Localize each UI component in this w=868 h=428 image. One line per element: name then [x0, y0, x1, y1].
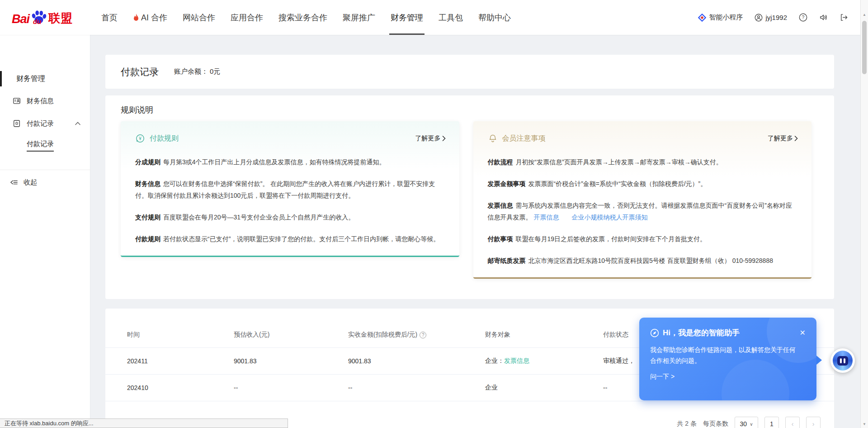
assistant-popup-arrow: [816, 356, 822, 365]
sidebar-active-accent: [0, 71, 2, 86]
chevron-right-icon: [442, 136, 446, 141]
help-icon: ?: [799, 13, 807, 22]
nav-finance-management[interactable]: 财务管理: [383, 0, 431, 35]
caret-down-icon: ∨: [750, 422, 753, 427]
nav-screen-promo[interactable]: 聚屏推广: [335, 0, 383, 35]
scroll-up-arrow[interactable]: ▲: [861, 13, 868, 17]
rule-item: 付款规则若付款状态显示“已支付”，说明联盟已安排了您的付款。支付后三个工作日内到…: [135, 233, 446, 245]
main-nav: 首页 AI 合作 网站合作 应用合作 搜索业务合作 聚屏推广 财务管理 工具包 …: [94, 0, 519, 35]
rule-item: 分成规则每月第3或4个工作日产出上月分成信息及发票信息，如有特殊情况将提前通知。: [135, 156, 446, 168]
rule-item: 发票金额事项发票票面“价税合计”金额=系统中“实收金额（扣除税费后/元）”。: [488, 178, 798, 190]
sidebar-divider: [0, 170, 90, 170]
ask-now-link[interactable]: 问一下 >: [650, 373, 675, 381]
cell-estimated: 9001.83: [234, 357, 348, 365]
balance-value: 0元: [210, 67, 220, 75]
collapse-icon: [10, 179, 18, 186]
robot-avatar: [833, 351, 853, 371]
invoice-info-link[interactable]: 开票信息: [533, 214, 559, 221]
col-actual-amount: 实收金额(扣除税费后/元)?: [348, 331, 485, 339]
pagination: 共 2 条 每页条数 30∨ 1 ‹ ›: [677, 417, 821, 428]
rules-heading: 规则说明: [121, 105, 811, 115]
page-scrollbar[interactable]: ▲ ▼: [860, 0, 868, 428]
badge-icon: [13, 119, 21, 128]
chevron-up-icon: [75, 122, 80, 125]
header-tools: 智能小程序 jyj1992 ?: [698, 13, 848, 22]
page-size-select[interactable]: 30∨: [735, 417, 758, 428]
assistant-title: Hi，我是您的智能助手: [663, 328, 740, 338]
nav-search-coop[interactable]: 搜索业务合作: [271, 0, 335, 35]
cell-actual: --: [348, 384, 485, 391]
cell-time: 202410: [127, 384, 234, 391]
small-taxpayer-guide-link[interactable]: 企业小规模纳税人开票须知: [571, 214, 647, 221]
sidebar-collapse-button[interactable]: 收起: [0, 176, 90, 189]
cell-time: 202411: [127, 357, 234, 365]
logo-text-du: du: [33, 18, 41, 25]
username: jyj1992: [765, 14, 787, 21]
svg-text:?: ?: [802, 15, 805, 20]
rule-item: 邮寄纸质发票北京市海淀区西北旺东路10号院百度科技园5号楼 百度联盟财务组（收）…: [488, 255, 798, 266]
cell-estimated: --: [234, 384, 348, 391]
close-icon[interactable]: ✕: [800, 329, 806, 337]
next-page-button[interactable]: ›: [806, 417, 821, 428]
scroll-down-arrow[interactable]: ▼: [861, 422, 868, 426]
total-count: 共 2 条: [677, 420, 697, 428]
nav-help-center[interactable]: 帮助中心: [471, 0, 519, 35]
per-page-label: 每页条数: [703, 420, 728, 428]
payment-rules-title: 付款规则: [150, 134, 179, 143]
member-notes-more-link[interactable]: 了解更多: [768, 134, 798, 143]
rule-item: 财务信息您可以在财务信息中选择“保留付款”。 在此期间您产生的收入将在账户内进行…: [135, 178, 446, 201]
id-card-icon: [13, 97, 21, 105]
rule-item: 付款事项联盟在每月19日之后签收的发票，付款时间安排在下个月首批支付。: [488, 233, 798, 245]
svg-text:¥: ¥: [138, 136, 142, 141]
compass-icon: [650, 328, 659, 338]
prev-page-button[interactable]: ‹: [785, 417, 800, 428]
balance-card: 付款记录 账户余额：0元: [105, 55, 834, 89]
nav-ai-coop[interactable]: AI 合作: [125, 0, 175, 35]
page-number-1[interactable]: 1: [764, 417, 779, 428]
rule-item: 付款流程月初按“发票信息”页面开具发票→上传发票→邮寄发票→审核→确认支付。: [488, 156, 798, 168]
invoice-info-table-link[interactable]: 发票信息: [504, 357, 529, 364]
rule-item: 支付规则百度联盟会在每月20号—31号支付企业会员上个自然月产生的收入。: [135, 211, 446, 223]
assistant-message: 我会帮助您诊断合作链路问题，以及解答您关于任何合作相关的问题。: [650, 344, 799, 366]
nav-home[interactable]: 首页: [94, 0, 125, 35]
coin-icon: ¥: [135, 133, 145, 143]
question-icon[interactable]: ?: [420, 332, 426, 338]
logo-text-bai: Bai: [12, 12, 29, 26]
chevron-right-icon: [794, 136, 798, 141]
member-notes-box: 会员注意事项 了解更多 付款流程月初按“发票信息”页面开具发票→上传发票→邮寄发…: [473, 121, 812, 279]
sound-button[interactable]: [819, 13, 828, 22]
flame-icon: [133, 14, 139, 22]
rules-card: 规则说明 ¥ 付款规则 了解更多 分成规则每月第3或4个工作日产出上月分成信息及…: [105, 95, 834, 299]
cell-actual: 9001.83: [348, 357, 485, 365]
user-account[interactable]: jyj1992: [755, 14, 787, 22]
nav-toolkit[interactable]: 工具包: [431, 0, 471, 35]
sidebar-item-payment-records[interactable]: 付款记录: [0, 117, 90, 130]
miniprogram-diamond-icon: [698, 14, 706, 22]
col-finance-entity: 财务对象: [485, 331, 603, 339]
assistant-popup: Hi，我是您的智能助手 ✕ 我会帮助您诊断合作链路问题，以及解答您关于任何合作相…: [639, 318, 816, 400]
scrollbar-thumb[interactable]: [862, 21, 867, 74]
member-notes-title: 会员注意事项: [502, 134, 546, 143]
help-button[interactable]: ?: [799, 13, 807, 22]
baidu-union-logo[interactable]: Bai du 联盟: [12, 9, 73, 26]
payment-rules-more-link[interactable]: 了解更多: [415, 134, 446, 143]
sidebar: 财务管理 财务信息 付款记录 付款记录 收起: [0, 35, 90, 428]
assistant-robot-button[interactable]: [830, 348, 855, 373]
browser-status-bar: 正在等待 xlab.baidu.com 的响应...: [0, 418, 288, 428]
cell-entity: 企业: [485, 384, 603, 392]
paw-icon: du: [30, 9, 47, 26]
top-nav-bar: Bai du 联盟 首页 AI 合作 网站合作 应用合作 搜索业务合作 聚屏推广…: [0, 0, 868, 35]
nav-website-coop[interactable]: 网站合作: [175, 0, 223, 35]
col-time: 时间: [127, 331, 234, 339]
speaker-icon: [819, 13, 828, 22]
logo-text-union: 联盟: [48, 10, 73, 26]
sidebar-title-finance[interactable]: 财务管理: [16, 71, 45, 86]
miniprogram-entry[interactable]: 智能小程序: [698, 13, 743, 22]
nav-app-coop[interactable]: 应用合作: [223, 0, 271, 35]
logout-button[interactable]: [840, 13, 848, 22]
sidebar-subitem-payment-records[interactable]: 付款记录: [27, 139, 54, 152]
page-title: 付款记录: [121, 66, 159, 78]
payment-rules-box: ¥ 付款规则 了解更多 分成规则每月第3或4个工作日产出上月分成信息及发票信息，…: [121, 121, 459, 257]
sidebar-item-finance-info[interactable]: 财务信息: [0, 94, 90, 108]
cell-entity: 企业：发票信息: [485, 357, 603, 365]
